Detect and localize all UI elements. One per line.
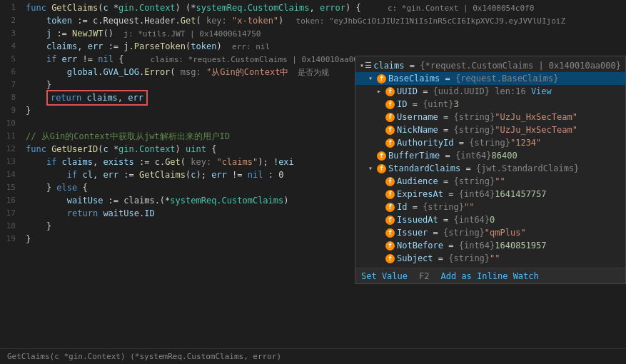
- field-name-standardclaims: StandardClaims: [388, 162, 460, 175]
- eq-issuer: =: [428, 226, 443, 239]
- indent-2c: [360, 111, 377, 123]
- val-authorityid: {string}: [469, 136, 510, 149]
- no-expand-issuer: [377, 226, 385, 239]
- no-expand-username: [377, 111, 385, 123]
- val-issuedat-num: 0: [490, 213, 495, 226]
- status-text: GetClaims(c *gin.Context) (*systemReq.Cu…: [7, 352, 281, 361]
- val-uuid: {uuid.UUID} len:16: [433, 85, 531, 98]
- eq-baseclaims: =: [440, 72, 455, 85]
- field-icon-notbefore: f: [385, 241, 395, 251]
- no-expand-audience: [377, 175, 385, 188]
- field-name-issuedat: IssuedAt: [397, 213, 438, 226]
- indent-2e: [360, 136, 377, 149]
- val-expiresat: {int64}: [459, 188, 495, 201]
- debug-row-authorityid[interactable]: f AuthorityId = {string} "1234": [355, 136, 625, 149]
- val-audience-str: "": [495, 175, 505, 188]
- indent-1c: [360, 162, 368, 175]
- eq-standardclaims: =: [460, 162, 476, 175]
- debug-actions-bar: Set Value F2 Add as Inline Watch: [355, 268, 625, 283]
- debug-row-notbefore[interactable]: f NotBefore = {int64} 1640851957: [355, 239, 625, 252]
- val-claims: {*request.CustomClaims | 0x140010aa000}: [420, 59, 621, 72]
- add-inline-watch-button[interactable]: Add as Inline Watch: [440, 271, 538, 281]
- indent-2g: [360, 188, 377, 201]
- eq-notbefore: =: [443, 239, 459, 252]
- indent-2f: [360, 175, 377, 188]
- list-icon: ☰: [365, 59, 372, 72]
- field-icon-buffertime: f: [377, 151, 386, 161]
- eq-buffertime: =: [440, 149, 455, 162]
- val-idfield-str: "": [464, 201, 474, 213]
- indent-2l: [360, 252, 377, 265]
- field-name-uuid: UUID: [397, 85, 418, 98]
- field-name-expiresat: ExpiresAt: [397, 188, 443, 201]
- val-nickname: {string}: [453, 123, 495, 136]
- val-expiresat-num: 1641457757: [495, 188, 546, 201]
- no-expand-idfield: [377, 201, 385, 213]
- line-numbers: 1 2 3 4 5 6 7 8 9 10 11 12 13 14 15 16 1…: [0, 0, 20, 348]
- no-expand-authorityid: [377, 136, 385, 149]
- debug-row-buffertime[interactable]: f BufferTime = {int64} 86400: [355, 149, 625, 162]
- field-name-claims: claims: [373, 59, 404, 72]
- debug-row-baseclaims[interactable]: f BaseClaims = {request.BaseClaims}: [355, 72, 625, 85]
- status-bar: GetClaims(c *gin.Context) (*systemReq.Cu…: [0, 348, 626, 364]
- debug-row-id[interactable]: f ID = {uint} 3: [355, 98, 625, 111]
- no-expand-issuedat: [377, 213, 385, 226]
- debug-row-claims[interactable]: ☰ claims = {*request.CustomClaims | 0x14…: [355, 59, 625, 72]
- return-statement: return claims, err: [46, 90, 148, 106]
- val-username: {string}: [453, 111, 495, 123]
- field-name-notbefore: NotBefore: [397, 239, 443, 252]
- debug-row-audience[interactable]: f Audience = {string} "": [355, 175, 625, 188]
- field-icon-baseclaims: f: [377, 74, 386, 84]
- debug-row-username[interactable]: f Username = {string} "UzJu_HxSecTeam": [355, 111, 625, 123]
- debug-row-nickname[interactable]: f NickName = {string} "UzJu_HxSecTeam": [355, 123, 625, 136]
- field-icon-authorityid: f: [385, 138, 395, 148]
- val-id-num: 3: [454, 98, 459, 111]
- no-expand-buffertime: [368, 149, 377, 162]
- no-expand-subject: [377, 252, 385, 265]
- eq-uuid: =: [418, 85, 433, 98]
- expand-standardclaims-arrow[interactable]: [368, 162, 377, 175]
- field-icon-id: f: [385, 100, 395, 109]
- set-value-button[interactable]: Set Value: [361, 271, 408, 281]
- indent-2j: [360, 226, 377, 239]
- eq-claims: =: [405, 59, 420, 72]
- field-name-idfield: Id: [397, 201, 407, 213]
- indent-2b: [360, 98, 377, 111]
- field-name-buffertime: BufferTime: [388, 149, 440, 162]
- eq-username: =: [438, 111, 454, 123]
- val-idfield: {string}: [423, 201, 464, 213]
- field-name-baseclaims: BaseClaims: [388, 72, 440, 85]
- indent-2i: [360, 213, 377, 226]
- field-icon-username: f: [385, 113, 395, 122]
- debug-row-issuer[interactable]: f Issuer = {string} "qmPlus": [355, 226, 625, 239]
- code-line-4: claims, err := j.ParseToken(token) err: …: [26, 40, 626, 53]
- expand-baseclaims-arrow[interactable]: [368, 72, 377, 85]
- indent-2d: [360, 123, 377, 136]
- debug-row-standardclaims[interactable]: f StandardClaims = {jwt.StandardClaims}: [355, 162, 625, 175]
- debug-row-issuedat[interactable]: f IssuedAt = {int64} 0: [355, 213, 625, 226]
- no-expand-expiresat: [377, 188, 385, 201]
- field-name-username: Username: [397, 111, 438, 123]
- expand-uuid-arrow[interactable]: [377, 85, 385, 98]
- field-icon-audience: f: [385, 177, 395, 186]
- no-expand-id: [377, 98, 385, 111]
- field-name-authorityid: AuthorityId: [397, 136, 453, 149]
- indent-2: [360, 85, 377, 98]
- eq-audience: =: [438, 175, 454, 188]
- val-notbefore: {int64}: [459, 239, 495, 252]
- field-icon-subject: f: [385, 254, 395, 263]
- val-issuer-str: "qmPlus": [485, 226, 526, 239]
- field-icon-issuer: f: [385, 228, 395, 238]
- debug-panel-inner: ☰ claims = {*request.CustomClaims | 0x14…: [355, 56, 625, 268]
- indent-1: [360, 72, 368, 85]
- debug-row-idfield[interactable]: f Id = {string} "": [355, 201, 625, 213]
- debug-row-subject[interactable]: f Subject = {string} "": [355, 252, 625, 265]
- no-expand-notbefore: [377, 239, 385, 252]
- field-name-issuer: Issuer: [397, 226, 428, 239]
- expand-claims-arrow[interactable]: [360, 59, 365, 72]
- debug-row-expiresat[interactable]: f ExpiresAt = {int64} 1641457757: [355, 188, 625, 201]
- view-uuid-link[interactable]: View: [531, 85, 552, 98]
- app-container: 1 2 3 4 5 6 7 8 9 10 11 12 13 14 15 16 1…: [0, 0, 626, 364]
- debug-row-uuid[interactable]: f UUID = {uuid.UUID} len:16 View: [355, 85, 625, 98]
- eq-expiresat: =: [443, 188, 459, 201]
